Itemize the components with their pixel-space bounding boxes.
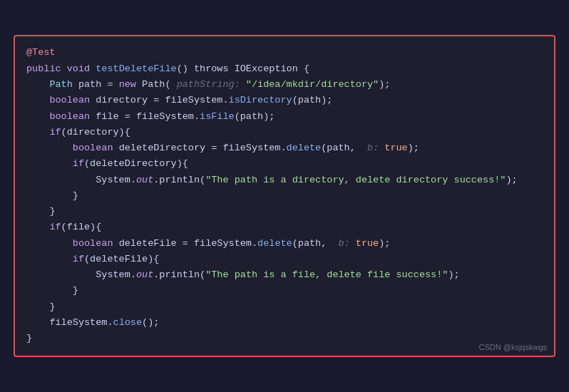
code-line: }	[26, 331, 543, 346]
code-line: }	[26, 283, 543, 299]
code-block: @Testpublic void testDeleteFile() throws…	[26, 45, 543, 346]
code-line: if(directory){	[26, 125, 543, 140]
code-line: System.out.println("The path is a direct…	[26, 172, 543, 188]
code-line: System.out.println("The path is a file, …	[26, 267, 543, 283]
code-line: fileSystem.close();	[26, 315, 543, 331]
code-container: @Testpublic void testDeleteFile() throws…	[14, 35, 555, 356]
code-line: boolean deleteFile = fileSystem.delete(p…	[26, 236, 543, 252]
code-line: if(file){	[26, 220, 543, 235]
code-line: }	[26, 299, 543, 315]
code-line: }	[26, 204, 543, 220]
watermark: CSDN @ksjqskwgs	[478, 343, 547, 351]
code-line: if(deleteDirectory){	[26, 156, 543, 172]
code-line: if(deleteFile){	[26, 252, 543, 267]
code-line: public void testDeleteFile() throws IOEx…	[26, 61, 543, 77]
code-line: Path path = new Path( pathString: "/idea…	[26, 77, 543, 93]
code-line: }	[26, 188, 543, 204]
code-line: boolean deleteDirectory = fileSystem.del…	[26, 140, 543, 156]
code-line: @Test	[26, 45, 543, 61]
code-line: boolean directory = fileSystem.isDirecto…	[26, 93, 543, 108]
code-line: boolean file = fileSystem.isFile(path);	[26, 109, 543, 125]
